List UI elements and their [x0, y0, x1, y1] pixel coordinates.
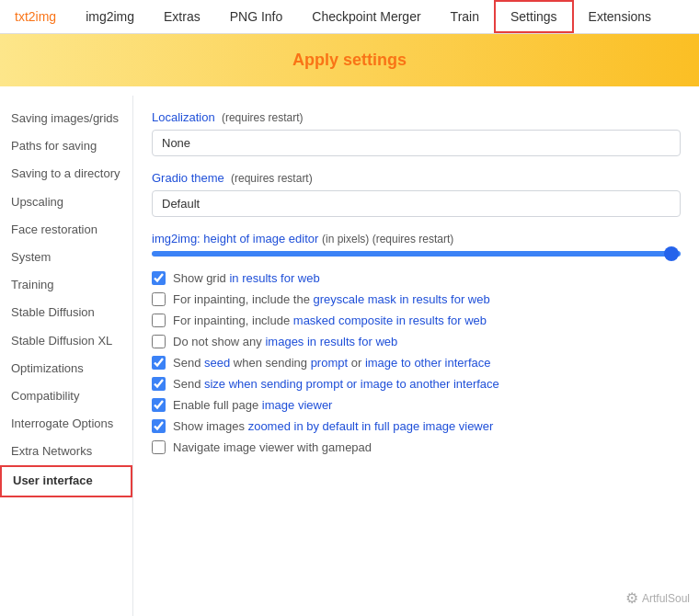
checkbox-masked-composite: For inpainting, include masked composite… — [152, 314, 681, 327]
gradio-theme-label: Gradio theme (requires restart) — [152, 171, 681, 185]
slider-track[interactable] — [152, 251, 681, 257]
localization-label: Localization (requires restart) — [152, 110, 681, 124]
checkbox-masked-composite-input[interactable] — [152, 314, 166, 327]
sidebar-item-compatibility[interactable]: Compatibility — [0, 382, 132, 410]
sidebar-item-training[interactable]: Training — [0, 271, 132, 299]
nav-img2img[interactable]: img2img — [71, 0, 149, 33]
sidebar: Saving images/grids Paths for saving Sav… — [0, 96, 133, 616]
sidebar-item-stable-diffusion[interactable]: Stable Diffusion — [0, 299, 132, 326]
slider-thumb[interactable] — [664, 246, 679, 261]
checkbox-show-grid: Show grid in results for web — [152, 271, 681, 285]
checkbox-gamepad: Navigate image viewer with gamepad — [152, 440, 681, 454]
main-layout: Saving images/grids Paths for saving Sav… — [0, 96, 699, 616]
sidebar-item-saving-images[interactable]: Saving images/grids — [0, 105, 132, 132]
sidebar-item-paths-for-saving[interactable]: Paths for saving — [0, 132, 132, 160]
checkbox-full-page-viewer: Enable full page image viewer — [152, 398, 681, 412]
slider-label: img2img: height of image editor (in pixe… — [152, 232, 681, 245]
nav-settings[interactable]: Settings — [494, 0, 574, 33]
checkbox-send-size-label: Send size when sending prompt or image t… — [173, 377, 499, 391]
nav-extras[interactable]: Extras — [149, 0, 215, 33]
watermark-icon: ⚙ — [625, 589, 638, 607]
checkbox-show-grid-label: Show grid in results for web — [173, 271, 320, 285]
checkbox-no-images-label: Do not show any images in results for we… — [173, 335, 397, 348]
checkbox-send-size-input[interactable] — [152, 377, 166, 391]
content-area: Localization (requires restart) None Gra… — [133, 96, 699, 616]
gradio-theme-group: Gradio theme (requires restart) Default — [152, 171, 681, 217]
localization-select[interactable]: None — [152, 130, 681, 156]
checkbox-greyscale-mask: For inpainting, include the greyscale ma… — [152, 292, 681, 306]
checkbox-gamepad-input[interactable] — [152, 440, 166, 454]
apply-settings-banner[interactable]: Apply settings — [0, 34, 699, 86]
sidebar-item-system[interactable]: System — [0, 244, 132, 271]
sidebar-item-extra-networks[interactable]: Extra Networks — [0, 438, 132, 465]
checkbox-send-seed: Send seed when sending prompt or image t… — [152, 356, 681, 370]
nav-txt2img[interactable]: txt2img — [0, 0, 71, 33]
top-navigation: txt2img img2img Extras PNG Info Checkpoi… — [0, 0, 699, 34]
checkbox-gamepad-label: Navigate image viewer with gamepad — [173, 440, 372, 454]
checkbox-send-seed-label: Send seed when sending prompt or image t… — [173, 356, 490, 370]
checkbox-masked-composite-label: For inpainting, include masked composite… — [173, 314, 487, 327]
checkbox-greyscale-mask-input[interactable] — [152, 292, 166, 306]
checkbox-full-page-viewer-label: Enable full page image viewer — [173, 398, 332, 412]
img2img-height-group: img2img: height of image editor (in pixe… — [152, 232, 681, 257]
localization-group: Localization (requires restart) None — [152, 110, 681, 156]
sidebar-item-saving-to-directory[interactable]: Saving to a directory — [0, 160, 132, 188]
checkbox-zoomed-in-input[interactable] — [152, 419, 166, 433]
nav-train[interactable]: Train — [436, 0, 494, 33]
sidebar-item-face-restoration[interactable]: Face restoration — [0, 216, 132, 244]
checkbox-full-page-viewer-input[interactable] — [152, 398, 166, 412]
nav-checkpoint-merger[interactable]: Checkpoint Merger — [297, 0, 435, 33]
checkbox-greyscale-mask-label: For inpainting, include the greyscale ma… — [173, 292, 490, 306]
checkbox-send-size: Send size when sending prompt or image t… — [152, 377, 681, 391]
sidebar-item-interrogate-options[interactable]: Interrogate Options — [0, 410, 132, 438]
sidebar-item-upscaling[interactable]: Upscaling — [0, 188, 132, 216]
nav-extensions[interactable]: Extensions — [574, 0, 666, 33]
checkbox-zoomed-in-label: Show images zoomed in by default in full… — [173, 419, 493, 433]
checkbox-show-grid-input[interactable] — [152, 271, 166, 285]
checkbox-no-images: Do not show any images in results for we… — [152, 335, 681, 348]
sidebar-item-optimizations[interactable]: Optimizations — [0, 355, 132, 382]
nav-png-info[interactable]: PNG Info — [215, 0, 298, 33]
gradio-theme-select[interactable]: Default — [152, 190, 681, 217]
watermark-text: ArtfulSoul — [642, 592, 690, 605]
checkbox-zoomed-in: Show images zoomed in by default in full… — [152, 419, 681, 433]
checkbox-send-seed-input[interactable] — [152, 356, 166, 370]
sidebar-item-stable-diffusion-xl[interactable]: Stable Diffusion XL — [0, 327, 132, 355]
watermark: ⚙ ArtfulSoul — [625, 589, 690, 607]
sidebar-item-user-interface[interactable]: User interface — [0, 465, 132, 496]
checkbox-no-images-input[interactable] — [152, 335, 166, 348]
